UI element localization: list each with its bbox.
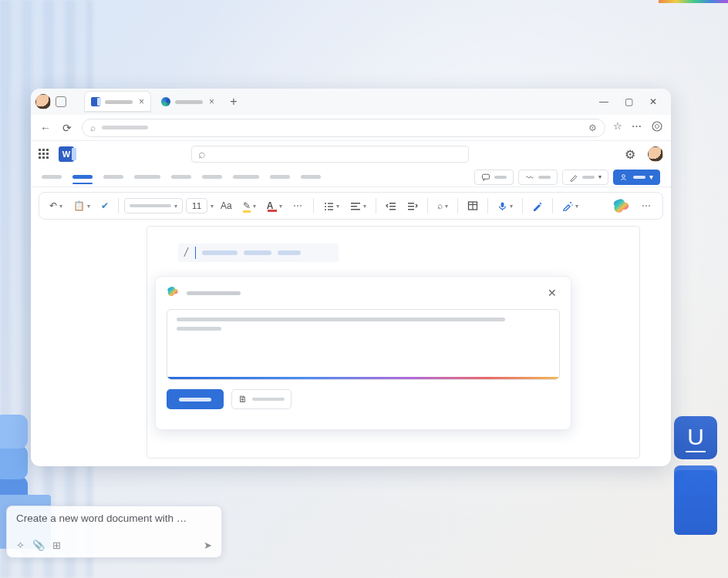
- svg-rect-13: [389, 206, 396, 207]
- decrease-indent-button[interactable]: [382, 198, 400, 213]
- site-settings-icon[interactable]: ⚙: [588, 123, 597, 133]
- font-size-input[interactable]: 11: [186, 198, 207, 213]
- bullets-button[interactable]: ▾: [319, 198, 343, 213]
- svg-point-22: [570, 202, 571, 203]
- dictate-button[interactable]: ▾: [494, 199, 517, 213]
- copilot-icon: [167, 284, 180, 301]
- address-bar[interactable]: ⌕ ⚙: [82, 119, 605, 137]
- word-search-box[interactable]: ⌕: [191, 146, 469, 163]
- suggested-prompt-chip[interactable]: Create a new word document with … ✧ 📎 ⊞ …: [6, 506, 222, 558]
- address-placeholder: [102, 126, 148, 129]
- svg-rect-21: [501, 202, 504, 207]
- change-case-button[interactable]: Aa: [217, 198, 236, 213]
- account-avatar-icon[interactable]: [648, 146, 663, 162]
- attach-icon[interactable]: 📎: [32, 539, 45, 551]
- svg-rect-10: [351, 206, 357, 207]
- ribbon-tabs: ▾ ▾: [31, 167, 671, 187]
- editor-button[interactable]: [528, 198, 547, 213]
- ribbon-toolbar: ↶▾ 📋▾ ✔ ▾ 11▾ Aa ✎▾ A ▾ ⋯ ▾ ▾ ⌕▾: [39, 192, 663, 220]
- increase-indent-button[interactable]: [403, 198, 422, 213]
- input-placeholder-line: [177, 327, 221, 331]
- window-close-button[interactable]: ✕: [646, 96, 660, 107]
- paste-button[interactable]: 📋▾: [69, 198, 94, 213]
- ribbon-tab[interactable]: [103, 175, 123, 179]
- sparkle-icon[interactable]: ✧: [16, 539, 25, 551]
- svg-point-0: [652, 122, 662, 131]
- ribbon-tab[interactable]: [42, 175, 62, 179]
- new-tab-button[interactable]: +: [225, 95, 242, 109]
- ribbon-tab[interactable]: [202, 175, 222, 179]
- ribbon-tab[interactable]: [134, 175, 160, 179]
- title-bar: × × + — ▢ ✕: [31, 89, 671, 115]
- svg-rect-9: [351, 203, 360, 204]
- copilot-icon[interactable]: [612, 195, 633, 217]
- ribbon-tab[interactable]: [171, 175, 191, 179]
- ribbon-tab[interactable]: [233, 175, 259, 179]
- text-cursor: [195, 247, 196, 259]
- ghost-text: [278, 250, 301, 255]
- copilot-browser-icon[interactable]: [651, 120, 663, 135]
- inline-slash-prompt[interactable]: /: [178, 244, 339, 262]
- font-more-button[interactable]: ⋯: [289, 198, 308, 213]
- svg-rect-11: [351, 209, 360, 210]
- copilot-reference-button[interactable]: 🗎: [231, 389, 292, 409]
- catch-up-button[interactable]: [518, 170, 558, 185]
- app-launcher-icon[interactable]: [39, 149, 49, 160]
- edge-icon: [161, 97, 170, 106]
- profile-avatar-icon[interactable]: [35, 94, 51, 109]
- copilot-prompt-input[interactable]: [167, 309, 560, 380]
- ribbon-tab-home[interactable]: [72, 175, 93, 179]
- copilot-generate-button[interactable]: [167, 389, 224, 409]
- ghost-text: [202, 250, 238, 255]
- svg-rect-17: [408, 209, 414, 210]
- format-painter-button[interactable]: ✔: [97, 198, 113, 213]
- tab-word-online[interactable]: ×: [85, 92, 150, 112]
- workspaces-icon[interactable]: [56, 96, 66, 107]
- underline-format-tile: U: [674, 416, 717, 459]
- send-icon[interactable]: ➤: [204, 539, 212, 551]
- font-color-button[interactable]: A ▾: [263, 198, 287, 214]
- favorite-icon[interactable]: ☆: [613, 120, 622, 135]
- slash-prefix: /: [184, 246, 187, 260]
- svg-rect-4: [328, 203, 333, 203]
- back-button[interactable]: ←: [39, 122, 52, 134]
- decor-cylinder: [674, 465, 717, 535]
- browser-more-icon[interactable]: ⋯: [632, 120, 642, 135]
- address-bar-row: ← ⟳ ⌕ ⚙ ☆ ⋯: [31, 115, 671, 141]
- tab-close-icon[interactable]: ×: [139, 96, 144, 107]
- svg-rect-12: [389, 203, 396, 204]
- tab-close-icon[interactable]: ×: [209, 96, 214, 107]
- svg-point-7: [325, 209, 326, 210]
- designer-button[interactable]: ▾: [558, 198, 582, 213]
- comments-button[interactable]: [474, 170, 514, 185]
- font-family-select[interactable]: ▾: [124, 198, 183, 213]
- word-logo-icon[interactable]: W: [59, 146, 74, 162]
- document-canvas[interactable]: / ✕: [147, 226, 640, 459]
- rainbow-accent: [659, 0, 728, 3]
- svg-point-5: [325, 206, 326, 207]
- ghost-text: [244, 250, 271, 255]
- search-icon: ⌕: [198, 147, 206, 161]
- settings-icon[interactable]: ⚙: [625, 147, 635, 162]
- reference-file-icon: 🗎: [238, 394, 248, 405]
- highlight-color-button[interactable]: ✎▾: [239, 198, 260, 213]
- browser-window: × × + — ▢ ✕ ← ⟳ ⌕ ⚙ ☆ ⋯: [31, 89, 671, 466]
- copilot-gradient-accent: [167, 377, 559, 379]
- editing-mode-button[interactable]: ▾: [562, 170, 608, 185]
- close-icon[interactable]: ✕: [544, 285, 560, 301]
- insert-table-button[interactable]: [463, 198, 482, 213]
- word-icon: [91, 97, 100, 106]
- toolbar-overflow-button[interactable]: ⋯: [638, 198, 656, 213]
- refresh-button[interactable]: ⟳: [60, 122, 74, 134]
- tab-edge[interactable]: ×: [155, 92, 221, 112]
- share-button[interactable]: ▾: [613, 170, 660, 185]
- ribbon-tab[interactable]: [270, 175, 290, 179]
- window-maximize-button[interactable]: ▢: [622, 96, 635, 107]
- ribbon-tab[interactable]: [301, 175, 321, 179]
- undo-button[interactable]: ↶▾: [46, 198, 66, 213]
- grid-icon[interactable]: ⊞: [52, 539, 61, 551]
- align-button[interactable]: ▾: [346, 198, 370, 213]
- window-minimize-button[interactable]: —: [597, 96, 611, 107]
- svg-rect-8: [328, 209, 333, 210]
- find-button[interactable]: ⌕▾: [433, 198, 452, 213]
